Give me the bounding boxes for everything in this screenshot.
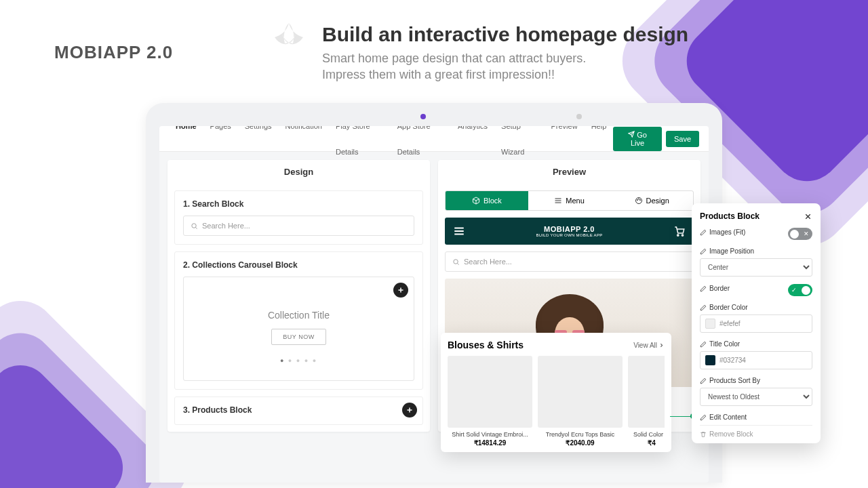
border-label: Border [709,285,730,292]
tab-block-label: Block [484,197,502,205]
nav-tab-preview[interactable]: Preview [545,126,585,165]
product-name: Solid Color ... [628,431,665,438]
nav-tab-analytics[interactable]: Analytics [451,126,494,165]
remove-block-button[interactable]: Remove Block [700,425,812,438]
cube-icon [472,197,480,205]
appbar-brand: MOBIAPP 2.0 BUILD YOUR OWN MOBILE APP [536,225,602,237]
search-block-card[interactable]: 1. Search Block Search Here... [174,190,423,245]
svg-point-5 [677,235,679,236]
images-fit-label: Images (Fit) [709,228,745,236]
appbar-brand-sub: BUILD YOUR OWN MOBILE APP [536,233,602,237]
design-panel: Design 1. Search Block Search Here... 2.… [167,160,430,432]
product-price: ₹2040.09 [538,439,623,447]
search-block-field[interactable]: Search Here... [183,216,414,236]
svg-point-7 [454,259,458,263]
title-color-value: #032734 [719,357,746,364]
hamburger-icon[interactable] [453,225,465,237]
svg-point-4 [639,199,640,200]
image-position-label: Image Position [709,247,754,255]
product-name: Shirt Solid Vintage Embroi... [448,431,532,438]
collection-slot: Collection Title BUY NOW ● ● ● ● ● [183,277,414,381]
preview-search[interactable]: Search Here... [445,251,694,272]
edit-icon [700,378,707,384]
image-position-select[interactable]: Center [700,258,812,277]
preview-panel-title: Preview [438,160,701,184]
search-icon [191,222,198,230]
product-image [628,356,665,428]
preview-tabs: Block Menu Design [445,190,694,211]
leaf-icon [264,19,313,68]
edit-icon [700,248,707,255]
edit-icon [700,341,707,348]
product-image [538,356,623,428]
tab-design-label: Design [646,197,669,205]
cart-icon[interactable] [673,225,686,237]
carousel-dots[interactable]: ● ● ● ● ● [191,357,407,364]
top-nav: HomePagesSettingsNotificationPlay Store … [159,126,709,152]
title-color-input[interactable]: #032734 [700,351,812,369]
product-card[interactable]: Trendyol Ecru Tops Basic ₹2040.09 [538,356,623,447]
product-card[interactable]: Solid Color ... ₹4 [628,356,665,447]
plus-icon [406,406,414,414]
close-icon[interactable] [804,212,812,221]
nav-tab-app-store-details[interactable]: App Store Details [391,126,451,165]
carousel-block-title: 2. Collections Carousel Block [183,260,414,270]
headline-sub-1: Smart home page design that can attract … [322,52,586,65]
headline-title: Build an interactive homepage design [322,23,688,46]
search-block-title: 1. Search Block [183,199,414,209]
products-block-card[interactable]: 3. Products Block [174,396,423,425]
nav-tab-setup-wizard[interactable]: Setup Wizard [494,126,544,165]
preview-appbar: MOBIAPP 2.0 BUILD YOUR OWN MOBILE APP [445,218,694,245]
tab-design[interactable]: Design [610,191,693,210]
menu-icon [554,197,562,205]
tab-menu-label: Menu [566,197,585,205]
svg-point-2 [637,199,637,200]
product-image [448,356,532,428]
nav-tab-home[interactable]: Home [169,126,203,165]
products-block-title: 3. Products Block [183,405,414,415]
products-preview-popup: Blouses & Shirts View All Shirt Solid Vi… [441,333,671,452]
edit-icon [700,229,707,236]
color-swatch [705,355,715,365]
title-color-label: Title Color [709,340,740,348]
border-toggle[interactable]: ✓ [788,284,812,296]
svg-point-6 [682,235,683,236]
settings-title: Products Block [700,211,760,221]
view-all-link[interactable]: View All [633,342,665,349]
border-color-value: #efefef [719,320,741,327]
brand-logo: MOBIAPP 2.0 [54,42,173,63]
headline-sub-2: Impress them with a great first impressi… [322,68,555,81]
tab-block[interactable]: Block [446,191,528,210]
border-color-input[interactable]: #efefef [700,314,812,333]
images-fit-toggle[interactable]: ✕ [788,228,812,240]
save-button[interactable]: Save [666,131,699,147]
palette-icon [635,197,643,205]
add-collection-button[interactable] [393,283,408,298]
connector-line [670,416,693,417]
nav-tab-help[interactable]: Help [585,126,614,165]
color-swatch [705,319,715,329]
product-price: ₹4 [628,439,665,447]
nav-tab-pages[interactable]: Pages [203,126,238,165]
page-heading: Build an interactive homepage design Sma… [322,23,688,83]
product-card[interactable]: Shirt Solid Vintage Embroi... ₹14814.29 [448,356,532,447]
products-heading: Blouses & Shirts [448,340,524,350]
svg-point-3 [638,199,639,199]
sort-by-label: Products Sort By [709,377,760,384]
tab-menu[interactable]: Menu [528,191,611,210]
edit-content-label[interactable]: Edit Content [709,413,747,421]
nav-tab-settings[interactable]: Settings [238,126,279,165]
nav-tab-play-store-details[interactable]: Play Store Details [329,126,391,165]
go-live-button[interactable]: Go Live [613,127,662,151]
edit-icon [700,414,707,421]
search-icon [452,258,460,266]
add-product-button[interactable] [402,403,417,418]
carousel-block-card[interactable]: 2. Collections Carousel Block Collection… [174,251,423,390]
remove-block-label: Remove Block [709,430,753,438]
nav-tab-notification[interactable]: Notification [279,126,329,165]
edit-icon [700,304,707,311]
buy-now-button[interactable]: BUY NOW [271,329,326,345]
border-color-label: Border Color [709,304,748,311]
sort-by-select[interactable]: Newest to Oldest [700,388,812,406]
chevron-right-icon [658,342,665,348]
